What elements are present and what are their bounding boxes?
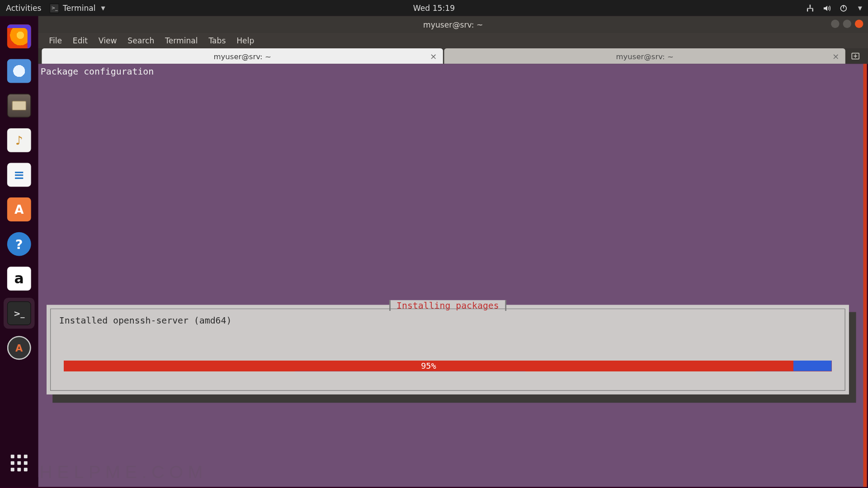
install-status-line: Installed openssh-server (amd64): [59, 315, 836, 326]
dock-rhythmbox[interactable]: [4, 125, 35, 156]
menu-tabs[interactable]: Tabs: [204, 34, 231, 47]
dock: [0, 16, 38, 487]
window-titlebar[interactable]: myuser@srv: ~: [38, 16, 868, 33]
dock-help[interactable]: [4, 229, 35, 260]
tab-close-icon[interactable]: ×: [430, 52, 437, 61]
minimize-button[interactable]: [831, 20, 839, 28]
help-icon: [7, 232, 31, 256]
dock-thunderbird[interactable]: [4, 56, 35, 87]
terminal-icon: [7, 301, 31, 325]
dock-terminal[interactable]: [4, 298, 35, 329]
terminal-window: myuser@srv: ~ File Edit View Search Term…: [38, 16, 868, 64]
window-title: myuser@srv: ~: [423, 20, 483, 29]
menu-help[interactable]: Help: [232, 34, 259, 47]
menu-terminal[interactable]: Terminal: [160, 34, 203, 47]
progress-fill: 95%: [64, 361, 793, 371]
network-icon[interactable]: [806, 4, 814, 12]
svg-rect-1: [807, 9, 808, 11]
menu-edit[interactable]: Edit: [68, 34, 92, 47]
app-menu[interactable]: Terminal ▼: [50, 3, 105, 13]
show-applications-button[interactable]: [4, 447, 35, 479]
thunderbird-icon: [7, 59, 31, 83]
menu-search[interactable]: Search: [123, 34, 159, 47]
tab-2[interactable]: myuser@srv: ~ ×: [444, 48, 845, 64]
app-menu-label: Terminal: [63, 4, 96, 13]
package-config-header: Package configuration: [38, 64, 863, 79]
tab-1[interactable]: myuser@srv: ~ ×: [42, 48, 443, 64]
dock-firefox[interactable]: [4, 21, 35, 52]
rhythmbox-icon: [7, 128, 31, 152]
dock-files[interactable]: [4, 90, 35, 121]
volume-icon[interactable]: [823, 4, 831, 12]
tab-label: myuser@srv: ~: [616, 52, 674, 61]
close-button[interactable]: [855, 20, 863, 28]
progress-label: 95%: [421, 361, 436, 371]
menu-file[interactable]: File: [44, 34, 67, 47]
software-icon: [7, 197, 31, 221]
menubar: File Edit View Search Terminal Tabs Help: [38, 33, 868, 48]
clock[interactable]: Wed 15:19: [413, 4, 455, 13]
maximize-button[interactable]: [843, 20, 851, 28]
installing-packages-dialog: Installing packages Installed openssh-se…: [47, 305, 849, 394]
power-icon[interactable]: [840, 4, 848, 12]
terminal-viewport[interactable]: Package configuration Installing package…: [38, 64, 867, 487]
dock-software[interactable]: [4, 194, 35, 225]
activities-button[interactable]: Activities: [6, 4, 41, 13]
chevron-down-icon: ▼: [101, 5, 105, 11]
watermark-text: HELPME.COM: [39, 462, 208, 482]
writer-icon: [7, 163, 31, 187]
menu-view[interactable]: View: [94, 34, 122, 47]
tab-label: myuser@srv: ~: [213, 52, 271, 61]
system-menu-caret-icon[interactable]: ▼: [858, 5, 862, 11]
svg-rect-2: [812, 9, 813, 11]
progress-bar: 95%: [64, 361, 831, 371]
new-tab-button[interactable]: [846, 48, 864, 64]
terminal-app-icon: [50, 3, 59, 13]
updater-icon: [7, 336, 31, 360]
dock-amazon[interactable]: [4, 263, 35, 294]
dock-updater[interactable]: [4, 333, 35, 364]
tabstrip: myuser@srv: ~ × myuser@srv: ~ ×: [38, 48, 868, 64]
files-icon: [7, 94, 31, 117]
tab-close-icon[interactable]: ×: [832, 52, 839, 61]
amazon-icon: [7, 267, 31, 291]
svg-rect-4: [843, 5, 844, 8]
dock-writer[interactable]: [4, 160, 35, 191]
firefox-icon: [7, 24, 31, 48]
gnome-topbar: Activities Terminal ▼ Wed 15:19 ▼: [0, 0, 868, 16]
